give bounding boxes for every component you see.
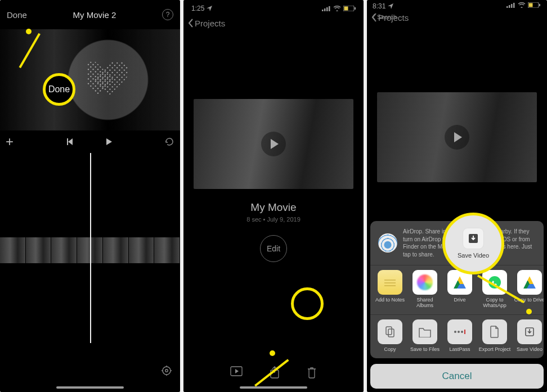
svg-point-1	[165, 370, 168, 372]
share-apps-row: Add to Notes Shared Albums Drive	[370, 265, 544, 314]
svg-rect-18	[513, 3, 515, 8]
help-button[interactable]: ?	[162, 9, 173, 20]
location-icon	[207, 6, 212, 11]
play-button[interactable]	[104, 137, 113, 146]
share-button[interactable]	[270, 366, 280, 381]
project-title: My Movie 2	[73, 10, 116, 20]
timeline[interactable]	[0, 153, 180, 343]
wifi-icon	[333, 6, 341, 11]
svg-rect-8	[326, 7, 328, 11]
status-bar: 1:25	[183, 0, 364, 15]
svg-point-0	[163, 367, 171, 375]
svg-rect-6	[322, 10, 324, 11]
settings-button[interactable]	[161, 365, 172, 379]
cellular-icon	[506, 2, 515, 8]
share-app-drive[interactable]: Drive	[443, 270, 476, 309]
panel-share-sheet: 8:31 Search Projects AirDrop. Share inst…	[367, 0, 547, 392]
project-thumbnail	[377, 92, 537, 182]
svg-rect-15	[506, 6, 508, 8]
chevron-left-icon	[188, 19, 194, 28]
video-preview[interactable]	[0, 29, 180, 130]
svg-point-30	[461, 331, 463, 333]
svg-rect-12	[355, 7, 356, 10]
play-overlay-icon	[445, 125, 469, 150]
play-project-button[interactable]	[230, 366, 243, 381]
wifi-icon	[518, 2, 526, 8]
location-icon	[388, 3, 393, 9]
skip-start-button[interactable]	[65, 137, 74, 146]
action-export-project[interactable]: Export Project	[478, 319, 511, 353]
status-time: 8:31	[373, 2, 385, 10]
share-app-shared-albums[interactable]: Shared Albums	[409, 270, 441, 309]
annotation-share-highlight	[291, 287, 324, 320]
svg-rect-11	[344, 7, 348, 11]
done-button[interactable]: Done	[7, 10, 27, 20]
panel-editor: Done My Movie 2 ? +	[0, 0, 180, 392]
delete-button[interactable]	[307, 366, 317, 381]
action-lastpass[interactable]: LastPass	[443, 319, 476, 353]
project-meta: 8 sec • July 9, 2019	[183, 216, 364, 223]
project-actions	[183, 366, 364, 381]
svg-rect-26	[386, 327, 392, 335]
home-indicator[interactable]	[240, 386, 307, 389]
svg-rect-27	[388, 329, 394, 337]
svg-rect-20	[529, 3, 533, 7]
action-save-to-files[interactable]: Save to Files	[409, 319, 441, 353]
airdrop-text: AirDrop. Share instantly with people nea…	[403, 228, 536, 258]
battery-icon	[528, 2, 540, 8]
project-name: My Movie	[183, 201, 364, 214]
share-app-whatsapp[interactable]: Copy to WhatsApp	[478, 270, 511, 309]
svg-point-28	[454, 331, 456, 333]
undo-button[interactable]	[164, 137, 174, 146]
add-media-button[interactable]: +	[6, 134, 14, 150]
editor-top-bar: Done My Movie 2 ?	[0, 0, 180, 29]
transport-controls: +	[0, 130, 180, 153]
svg-point-25	[488, 276, 501, 289]
action-save-video[interactable]: Save Video	[513, 319, 544, 353]
share-app-gdrive[interactable]: Copy to Drive	[513, 270, 544, 309]
airdrop-row[interactable]: AirDrop. Share instantly with people nea…	[370, 221, 544, 265]
action-copy[interactable]: Copy	[374, 319, 406, 353]
panel-project: 1:25 Projects My Movie 8 sec • July 9, 2…	[183, 0, 364, 392]
share-sheet: AirDrop. Share instantly with people nea…	[370, 221, 544, 389]
svg-rect-9	[329, 6, 330, 11]
status-bar: 8:31	[373, 2, 393, 10]
svg-rect-7	[324, 8, 326, 11]
edit-button[interactable]: Edit	[260, 235, 287, 262]
cancel-button[interactable]: Cancel	[370, 364, 544, 389]
svg-rect-16	[509, 5, 510, 8]
back-projects-button[interactable]: Projects	[183, 15, 364, 31]
status-time: 1:25	[191, 4, 204, 12]
svg-rect-17	[511, 4, 513, 8]
back-search-button[interactable]: Search	[371, 13, 397, 20]
chevron-left-icon	[371, 13, 376, 20]
airdrop-icon	[378, 233, 397, 253]
play-overlay-icon	[261, 132, 286, 156]
svg-rect-31	[464, 330, 465, 334]
share-app-notes[interactable]: Add to Notes	[374, 270, 406, 309]
share-actions-row: Copy Save to Files LastPass Export Proje…	[370, 314, 544, 358]
project-thumbnail[interactable]	[194, 99, 353, 189]
svg-point-29	[458, 331, 460, 333]
home-indicator[interactable]	[56, 386, 124, 389]
cellular-icon	[322, 6, 331, 11]
svg-rect-21	[539, 4, 540, 6]
battery-icon	[343, 6, 356, 11]
playhead[interactable]	[90, 153, 91, 343]
